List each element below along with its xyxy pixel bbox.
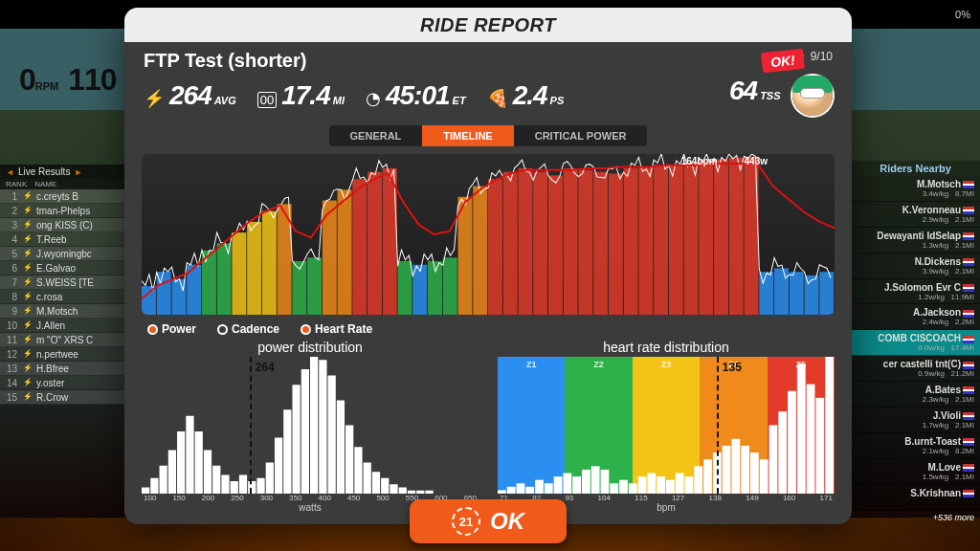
svg-rect-77	[416, 491, 424, 494]
svg-rect-61	[275, 438, 282, 495]
results-row[interactable]: 3⚡ong KISS (C)	[0, 218, 129, 232]
results-row[interactable]: 5⚡J.wyomingbc	[0, 247, 129, 261]
rider-row[interactable]: A.Jackson2.4w/kg 2.2MI	[851, 304, 980, 330]
svg-rect-75	[399, 488, 407, 495]
rider-row[interactable]: J.Solomon Evr C1.2w/kg 11.9MI	[851, 279, 980, 305]
stat-distance: 00 17.4 MI	[257, 80, 345, 111]
svg-rect-49	[168, 451, 176, 495]
bolt-icon: ⚡	[144, 88, 165, 109]
rider-row[interactable]: Dewayanti IdSelap1.3w/kg 2.1MI	[851, 228, 980, 253]
svg-rect-100	[647, 474, 656, 494]
svg-rect-51	[186, 416, 193, 494]
legend-cadence[interactable]: Cadence	[217, 322, 279, 336]
svg-rect-67	[328, 376, 336, 495]
rider-row[interactable]: A.Bates2.3w/kg 2.1MI	[851, 382, 980, 408]
svg-rect-15	[368, 172, 382, 315]
pizza-icon: 🍕	[487, 88, 508, 109]
svg-rect-62	[283, 409, 291, 494]
svg-rect-76	[408, 491, 415, 494]
results-row[interactable]: 6⚡E.Galvao	[0, 261, 129, 276]
rider-row[interactable]: B.urnt-Toast2.1w/kg 8.2MI	[851, 433, 980, 459]
svg-rect-22	[473, 187, 487, 315]
svg-rect-11	[307, 257, 322, 315]
svg-rect-104	[685, 476, 694, 494]
riders-more-count: +536 more	[851, 511, 980, 524]
rpm-value: 0	[19, 62, 35, 97]
svg-rect-29	[578, 170, 592, 315]
rider-row[interactable]: J.Violi1.7w/kg 2.1MI	[851, 408, 980, 433]
svg-rect-84	[498, 490, 506, 494]
svg-rect-23	[488, 179, 502, 315]
results-row[interactable]: 15⚡R.Crow	[0, 390, 129, 405]
results-row[interactable]: 14⚡y.oster	[0, 376, 129, 390]
results-row[interactable]: 13⚡H.Bfree	[0, 362, 129, 376]
rider-row[interactable]: M.Motsch3.4w/kg 8.7MI	[851, 176, 980, 202]
svg-rect-25	[518, 168, 532, 315]
svg-rect-109	[731, 439, 740, 494]
svg-rect-108	[723, 446, 731, 494]
workout-title: FTP Test (shorter)	[144, 50, 306, 72]
svg-rect-89	[545, 483, 553, 494]
svg-rect-13	[338, 189, 352, 315]
svg-rect-20	[443, 257, 457, 315]
svg-rect-65	[310, 357, 318, 494]
chevron-right-icon: ►	[74, 167, 82, 177]
svg-rect-32	[624, 168, 638, 315]
results-row[interactable]: 12⚡n.pertwee	[0, 347, 129, 362]
svg-rect-33	[638, 166, 653, 315]
svg-rect-57	[239, 475, 247, 495]
rider-row[interactable]: S.Krishnan	[851, 485, 980, 511]
legend-hr[interactable]: Heart Rate	[301, 322, 372, 336]
rider-row[interactable]: M.Love1.5w/kg 2.1MI	[851, 459, 980, 485]
live-results-panel: ◄ Live Results ► RANKNAME 1⚡c.creyts B2⚡…	[0, 165, 129, 405]
rider-row[interactable]: cer castelli tnt(C)0.9w/kg 21.2MI	[851, 356, 980, 382]
svg-rect-24	[503, 172, 518, 315]
rider-row[interactable]: COMB CISCOACH0.0w/kg 17.4MI	[851, 330, 980, 356]
svg-rect-48	[160, 466, 167, 494]
svg-rect-110	[741, 446, 749, 494]
svg-rect-14	[352, 179, 367, 315]
live-results-header[interactable]: ◄ Live Results ►	[0, 165, 129, 179]
results-row[interactable]: 2⚡tman-Phelps	[0, 204, 129, 218]
svg-rect-44	[805, 276, 819, 315]
svg-rect-42	[774, 268, 789, 315]
tab-critical-power[interactable]: CRITICAL POWER	[514, 125, 648, 146]
results-row[interactable]: 4⚡T.Reeb	[0, 232, 129, 247]
svg-rect-112	[760, 459, 768, 494]
svg-rect-21	[458, 197, 473, 315]
svg-rect-7	[247, 222, 261, 315]
svg-rect-87	[525, 487, 534, 494]
results-row[interactable]: 8⚡c.rosa	[0, 290, 129, 304]
level-badge: 21	[452, 507, 480, 536]
svg-rect-116	[797, 364, 806, 494]
tab-timeline[interactable]: TIMELINE	[422, 125, 513, 146]
tab-general[interactable]: GENERAL	[329, 125, 423, 146]
svg-rect-95	[601, 470, 610, 494]
legend-power[interactable]: Power	[147, 322, 196, 336]
svg-rect-115	[788, 391, 796, 494]
svg-rect-117	[807, 385, 815, 494]
chevron-left-icon: ◄	[6, 167, 14, 177]
user-avatar	[792, 76, 833, 116]
results-row[interactable]: 9⚡M.Motsch	[0, 304, 129, 319]
svg-rect-85	[507, 487, 516, 494]
svg-rect-90	[554, 476, 563, 494]
results-row[interactable]: 10⚡J.Allen	[0, 319, 129, 333]
rider-row[interactable]: K.Veronneau2.9w/kg 2.1MI	[851, 202, 980, 228]
rider-row[interactable]: N.Dickens3.9w/kg 2.1MI	[851, 253, 980, 279]
svg-rect-94	[591, 466, 600, 494]
ok-button[interactable]: 21 OK	[410, 499, 567, 543]
svg-rect-88	[535, 480, 544, 494]
results-row[interactable]: 11⚡m "O" XRS C	[0, 333, 129, 347]
svg-rect-30	[593, 172, 608, 315]
odometer-icon: 00	[257, 92, 277, 108]
results-row[interactable]: 1⚡c.creyts B	[0, 189, 129, 204]
svg-rect-18	[412, 265, 427, 315]
svg-rect-93	[582, 470, 590, 494]
svg-rect-74	[390, 484, 397, 494]
svg-rect-47	[150, 478, 158, 494]
results-row[interactable]: 7⚡S.WEISS [TE	[0, 276, 129, 290]
svg-rect-69	[345, 426, 353, 495]
svg-rect-103	[676, 474, 684, 494]
svg-rect-118	[815, 398, 824, 494]
